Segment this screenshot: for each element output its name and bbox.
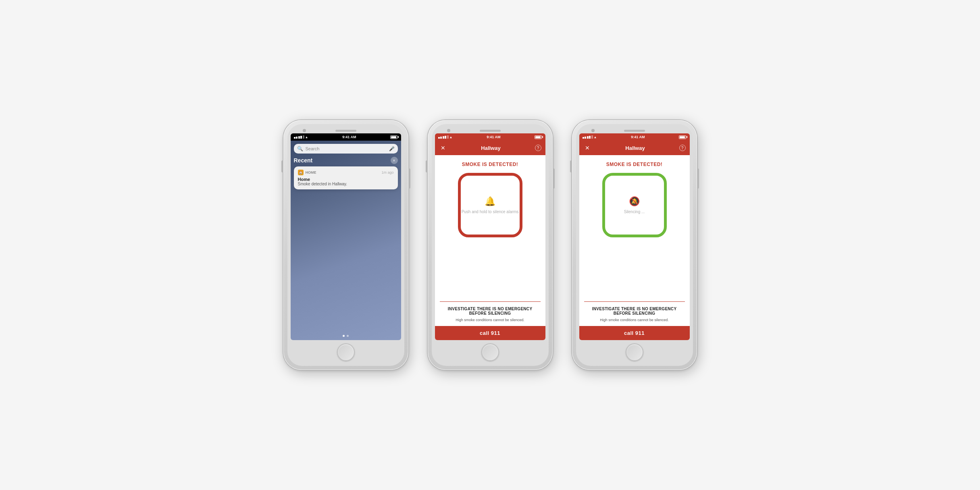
phone-2-screen: ▲ 9:41 AM ✕ Hallway ? <box>435 133 545 340</box>
call-911-button-2[interactable]: call 911 <box>435 326 545 340</box>
front-camera-2 <box>447 129 450 132</box>
search-placeholder[interactable]: Search <box>306 146 387 151</box>
scene: ▲ 9:41 AM 🔍 Search 🎤 <box>267 104 713 386</box>
help-button-2[interactable]: ? <box>535 145 541 151</box>
bell-icon-2: 🔔 <box>485 196 495 207</box>
status-bar-1: ▲ 9:41 AM <box>291 133 401 141</box>
close-icon-sym: × <box>393 158 395 163</box>
signal-bars-2 <box>438 135 449 139</box>
alarm-body-2: SMOKE IS DETECTED! 🔔 Push and hold to si… <box>435 155 545 326</box>
notification-card[interactable]: 🏠 HOME 1m ago Home Smoke detected in Hal… <box>294 166 398 189</box>
front-camera <box>303 129 306 132</box>
warning-sub-3: High smoke conditions cannot be silenced… <box>591 318 678 322</box>
help-button-3[interactable]: ? <box>679 145 686 151</box>
status-time-2: 9:41 AM <box>487 135 500 139</box>
wifi-icon: ▲ <box>305 135 308 139</box>
s5b <box>591 135 593 139</box>
battery-fill-1 <box>391 136 396 138</box>
battery-fill-3 <box>680 136 685 138</box>
phone-1: ▲ 9:41 AM 🔍 Search 🎤 <box>283 120 408 370</box>
silence-button-3[interactable]: 🔕 Silencing ... <box>602 173 667 237</box>
mic-icon[interactable]: 🎤 <box>389 146 395 152</box>
signal-dot-1 <box>294 137 295 139</box>
home-button-2[interactable] <box>481 343 499 361</box>
alarm-screen-2: ✕ Hallway ? SMOKE IS DETECTED! 🔔 Push an… <box>435 141 545 340</box>
warning-title-3: INVESTIGATE THERE IS NO EMERGENCY BEFORE… <box>591 307 678 316</box>
earpiece <box>335 130 356 132</box>
recent-close-button[interactable]: × <box>391 157 398 164</box>
warning-section-3: INVESTIGATE THERE IS NO EMERGENCY BEFORE… <box>584 301 685 326</box>
warning-sub-2: High smoke conditions cannot be silenced… <box>446 318 534 322</box>
battery-icon-1 <box>390 135 397 139</box>
call-911-button-3[interactable]: call 911 <box>579 326 690 340</box>
app-icon: 🏠 <box>298 170 304 175</box>
page-dots <box>291 332 401 340</box>
recent-title: Recent <box>294 157 313 164</box>
signal-bars-3 <box>583 135 593 139</box>
status-right-2 <box>535 135 542 139</box>
search-bar[interactable]: 🔍 Search 🎤 <box>294 144 398 154</box>
battery-icon-2 <box>535 135 542 139</box>
s4b <box>589 136 591 139</box>
s1b <box>583 137 584 139</box>
status-left: ▲ <box>294 135 308 139</box>
battery-fill-2 <box>535 136 541 138</box>
phone-3-screen: ▲ 9:41 AM ✕ Hallway ? <box>579 133 690 340</box>
silence-label-2: Push and hold to silence alarms <box>462 209 519 214</box>
smoke-detected-2: SMOKE IS DETECTED! <box>462 162 518 167</box>
s3b <box>587 136 589 139</box>
signal-dot-2 <box>296 137 298 139</box>
s5 <box>447 135 449 139</box>
smoke-detected-3: SMOKE IS DETECTED! <box>606 162 663 167</box>
phone-1-screen: ▲ 9:41 AM 🔍 Search 🎤 <box>291 133 401 340</box>
phone-3: ▲ 9:41 AM ✕ Hallway ? <box>572 120 697 370</box>
signal-dot-5 <box>303 135 304 139</box>
close-button-2[interactable]: ✕ <box>439 145 447 151</box>
alarm-header-2: ✕ Hallway ? <box>435 141 545 155</box>
spotlight-screen: 🔍 Search 🎤 Recent × <box>291 141 401 340</box>
status-left-2: ▲ <box>438 135 453 139</box>
battery-icon-3 <box>679 135 686 139</box>
warning-section-2: INVESTIGATE THERE IS NO EMERGENCY BEFORE… <box>440 301 541 326</box>
status-time-1: 9:41 AM <box>342 135 356 139</box>
notif-app-row: 🏠 HOME <box>298 170 316 175</box>
wifi-icon-3: ▲ <box>594 135 597 139</box>
recent-header: Recent × <box>294 157 398 164</box>
silence-button-2[interactable]: 🔔 Push and hold to silence alarms <box>458 173 522 237</box>
muted-bell-icon-3: 🔕 <box>629 196 640 207</box>
notif-top-row: 🏠 HOME 1m ago <box>298 170 394 175</box>
page-dot-2 <box>347 335 349 337</box>
status-right-1 <box>390 135 397 139</box>
s3 <box>443 136 444 139</box>
signal-bars <box>294 135 304 139</box>
alarm-screen-3: ✕ Hallway ? SMOKE IS DETECTED! 🔕 Silenci… <box>579 141 690 340</box>
signal-dot-4 <box>300 136 302 139</box>
silence-label-3: Silencing ... <box>624 209 645 214</box>
recent-section: Recent × 🏠 HOME 1m ago <box>294 157 398 189</box>
earpiece-3 <box>624 130 645 132</box>
phone-2: ▲ 9:41 AM ✕ Hallway ? <box>428 120 553 370</box>
warning-title-2: INVESTIGATE THERE IS NO EMERGENCY BEFORE… <box>446 307 534 316</box>
home-button-1[interactable] <box>337 343 355 361</box>
home-area-2 <box>435 340 545 363</box>
home-button-3[interactable] <box>626 343 643 361</box>
earpiece-2 <box>480 130 501 132</box>
alarm-body-3: SMOKE IS DETECTED! 🔕 Silencing ... INVES… <box>579 155 690 326</box>
alarm-header-3: ✕ Hallway ? <box>579 141 690 155</box>
s1 <box>438 137 440 139</box>
alarm-title-3: Hallway <box>591 145 679 151</box>
status-right-3 <box>679 135 686 139</box>
alarm-title-2: Hallway <box>447 145 535 151</box>
notif-body: Smoke detected in Hallway. <box>298 182 394 186</box>
close-button-3[interactable]: ✕ <box>583 145 591 151</box>
page-dot-1 <box>343 335 345 337</box>
notif-time: 1m ago <box>381 170 393 174</box>
status-time-3: 9:41 AM <box>631 135 645 139</box>
app-name: HOME <box>306 170 316 174</box>
s2 <box>440 137 442 139</box>
status-left-3: ▲ <box>583 135 597 139</box>
signal-dot-3 <box>298 136 300 139</box>
status-bar-2: ▲ 9:41 AM <box>435 133 545 141</box>
s2b <box>585 137 586 139</box>
home-area-1 <box>291 340 401 363</box>
